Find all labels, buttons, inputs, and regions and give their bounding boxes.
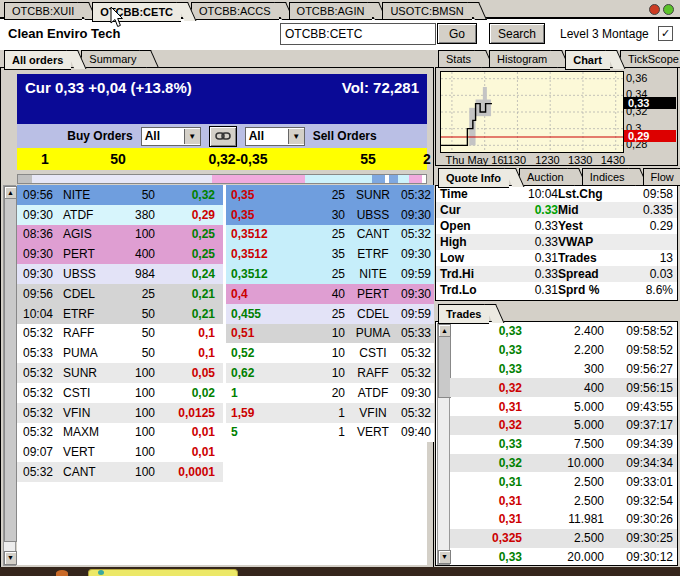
trade-time: 09:32:54 (604, 494, 673, 508)
order-time: 09:56 (23, 287, 63, 301)
tab-histogram[interactable]: Histogram (489, 50, 555, 68)
tab-chart[interactable]: Chart (565, 50, 610, 70)
go-button[interactable]: Go (437, 23, 477, 44)
buy-filter-dropdown[interactable]: All ▼ (141, 127, 201, 146)
buy-order-row[interactable]: 09:30UBSS9840,24 (17, 264, 223, 284)
sell-order-row[interactable]: 0,3525SUNR05:32 (226, 185, 434, 205)
trades-scrollbar[interactable]: ▲ ▼ (437, 323, 450, 565)
sell-order-row[interactable]: 0,45525CDEL09:59 (226, 304, 434, 324)
tab-auction[interactable]: Auction (519, 168, 572, 186)
order-size: 100 (111, 445, 155, 459)
tab-otcbb-accs[interactable]: OTCBB:ACCS (191, 2, 279, 20)
chevron-down-icon[interactable]: ▼ (184, 129, 200, 144)
sell-order-row[interactable]: 0,351225NITE09:59 (226, 264, 434, 284)
order-time: 09:30 (401, 287, 431, 301)
order-time: 09:30 (401, 386, 431, 400)
tab-summary[interactable]: Summary (81, 50, 144, 68)
orderbook-scrollbar[interactable]: ▲ ▼ (3, 185, 16, 566)
buy-order-row[interactable]: 09:30PERT4000,25 (17, 244, 223, 264)
link-filters-button[interactable] (209, 126, 237, 147)
trade-price: 0,33 (450, 343, 522, 357)
scroll-down-icon[interactable]: ▼ (4, 551, 17, 565)
order-time: 09:30 (401, 208, 431, 222)
trade-time: 09:30:12 (604, 550, 673, 564)
sell-order-row[interactable]: 51VERT09:40 (226, 423, 434, 443)
buy-order-row[interactable]: 05:32RAFF500,1 (17, 324, 223, 344)
buy-order-row[interactable]: 10:04ETRF500,21 (17, 304, 223, 324)
tab-indices[interactable]: Indices (582, 168, 633, 186)
buy-order-row[interactable]: 05:32CSTI1000,02 (17, 383, 223, 403)
order-size: 50 (111, 307, 155, 321)
sell-order-row[interactable]: 0,351235ETRF09:30 (226, 244, 434, 264)
buy-order-row[interactable]: 05:32CANT1000,0001 (17, 462, 223, 482)
order-time: 05:33 (23, 346, 63, 360)
quote-info-row: Low0.31Trades13 (436, 250, 677, 266)
buy-order-row[interactable]: 05:33PUMA500,1 (17, 343, 223, 363)
taskbar-window-peek[interactable] (88, 569, 238, 576)
buy-order-row[interactable]: 09:30ATDF3800,29 (17, 205, 223, 225)
trade-time: 09:30:25 (604, 531, 673, 545)
sell-filter-dropdown[interactable]: All ▼ (245, 127, 305, 146)
market-maker: SUNR (345, 188, 401, 202)
search-button[interactable]: Search (489, 23, 545, 44)
buy-order-row[interactable]: 09:56CDEL250,21 (17, 284, 223, 304)
tab-all-orders[interactable]: All orders (4, 50, 71, 70)
ask-price: 0,35 (231, 188, 305, 202)
tab-label: Indices (590, 171, 625, 183)
tab-flow[interactable]: Flow (643, 168, 680, 186)
sell-order-row[interactable]: 120ATDF09:30 (226, 383, 434, 403)
sell-order-row[interactable]: 0,3530UBSS09:30 (226, 205, 434, 225)
trade-time: 09:56:15 (604, 381, 673, 395)
ask-price: 0,3512 (231, 227, 305, 241)
tab-otcbb-agin[interactable]: OTCBB:AGIN (289, 2, 373, 20)
order-time: 05:32 (23, 425, 63, 439)
quote-info-row: Trd.Hi0.33Spread0.03 (436, 266, 677, 282)
bid-price: 0,02 (155, 386, 223, 400)
symbol-input[interactable] (280, 23, 436, 45)
order-size: 50 (111, 346, 155, 360)
chevron-down-icon[interactable]: ▼ (288, 129, 304, 144)
order-size: 20 (305, 386, 345, 400)
scrollbar-thumb[interactable] (4, 198, 17, 542)
order-time: 09:59 (401, 267, 431, 281)
trade-size: 400 (522, 381, 604, 395)
tab-stats[interactable]: Stats (438, 50, 479, 68)
order-size: 50 (111, 326, 155, 340)
sell-filter-value: All (246, 129, 288, 143)
order-time: 05:32 (401, 188, 431, 202)
order-time: 05:32 (401, 366, 431, 380)
sell-order-row[interactable]: 0,5210CSTI05:32 (226, 343, 434, 363)
market-maker: MAXM (63, 425, 111, 439)
buy-order-row[interactable]: 05:32MAXM1000,01 (17, 423, 223, 443)
sell-order-row[interactable]: 0,6210RAFF05:32 (226, 363, 434, 383)
sell-order-row[interactable]: 0,5110PUMA05:33 (226, 324, 434, 344)
buy-order-row[interactable]: 05:32VFIN1000,0125 (17, 403, 223, 423)
level3-montage-label: Level 3 Montage (560, 27, 649, 41)
ask-price: 1,59 (231, 406, 305, 420)
sell-order-row[interactable]: 1,591VFIN05:32 (226, 403, 434, 423)
order-time: 05:32 (23, 386, 63, 400)
tab-usotc-bmsn[interactable]: USOTC:BMSN (382, 2, 471, 20)
level3-montage-checkbox[interactable]: ✓ (658, 26, 673, 41)
tab-otcbb-cetc[interactable]: OTCBB:CETC (92, 2, 181, 22)
trade-size: 7.500 (522, 437, 604, 451)
buy-order-row[interactable]: 09:56NITE500,32 (17, 185, 223, 205)
depth-gauge (17, 174, 427, 184)
buy-order-row[interactable]: 05:32SUNR1000,05 (17, 363, 223, 383)
trade-size: 2.500 (522, 475, 604, 489)
trade-row: 0,337.50009:34:39 (450, 435, 677, 454)
trade-price: 0,33 (450, 324, 522, 338)
tab-otcbb-xuii[interactable]: OTCBB:XUII (4, 2, 82, 20)
tab-label: Chart (573, 54, 602, 66)
trade-size: 11.981 (522, 512, 604, 526)
tab-tickscope[interactable]: TickScope (620, 50, 680, 68)
buy-order-row[interactable]: 09:07VERT1000,01 (17, 442, 223, 462)
tab-trades[interactable]: Trades (438, 304, 489, 324)
buy-order-row[interactable]: 08:36AGIS1000,25 (17, 225, 223, 245)
tab-quote-info[interactable]: Quote Info (438, 168, 509, 188)
order-filter-row: Buy Orders All ▼ All ▼ Sell Orders (17, 124, 427, 148)
trade-size: 20.000 (522, 550, 604, 564)
sell-order-row[interactable]: 0,440PERT09:30 (226, 284, 434, 304)
depth-segment (32, 175, 212, 183)
sell-order-row[interactable]: 0,351225CANT05:32 (226, 225, 434, 245)
